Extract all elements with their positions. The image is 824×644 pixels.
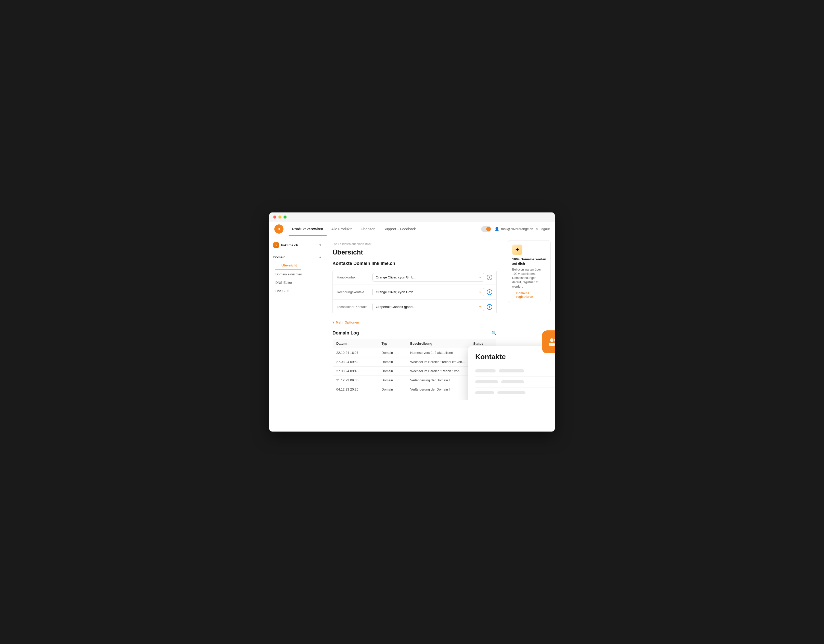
title-bar	[269, 212, 555, 222]
svg-point-2	[554, 339, 555, 342]
logout-icon: ⎋	[536, 227, 538, 231]
nav-item-alle[interactable]: Alle Produkte	[327, 222, 356, 236]
user-email-display: 👤 mail@oliverorange.ch	[494, 227, 533, 231]
promo-icon: ✦	[512, 245, 523, 255]
sidebar: linklime.ch ▾ Domain ▴ Übersicht Domain …	[269, 236, 325, 400]
sidebar-section-domain: Domain ▴ Übersicht Domain einrichten DNS…	[269, 253, 325, 295]
sidebar-item-ubersicht[interactable]: Übersicht	[275, 262, 301, 270]
contact-select-technisch-value: Grapefruit Gandalf (gandi@gandalf-grapef…	[376, 305, 417, 309]
contact-select-rechnung[interactable]: Orange Oliver, cyon GmbH (mail@oliverora…	[372, 288, 484, 296]
minimize-button[interactable]	[278, 216, 281, 219]
popup-row-2: ✏️	[475, 377, 555, 388]
close-button[interactable]	[273, 216, 277, 219]
info-button-haupt[interactable]: i	[487, 274, 492, 280]
domain-icon	[273, 242, 279, 248]
info-button-technisch[interactable]: i	[487, 304, 492, 310]
cell-beschreibung-2: Wechsel im Bereich "Rechn " von Gandalf …	[407, 366, 470, 376]
nav-item-produkt[interactable]: Produkt verwalten	[289, 222, 327, 236]
sidebar-domain-name: linklime.ch	[281, 243, 298, 247]
popup-cell-2a	[475, 380, 498, 383]
user-email-text: mail@oliverorange.ch	[501, 227, 533, 231]
domain-log-header: Domain Log 🔍	[332, 330, 497, 336]
info-button-rechnung[interactable]: i	[487, 290, 492, 295]
promo-link[interactable]: → Domains registrieren	[512, 291, 546, 299]
cell-datum-1: 27.08.24 09:52	[333, 357, 378, 366]
sidebar-item-dns-editor[interactable]: DNS-Editor	[269, 279, 325, 286]
popup-cell-1b	[499, 370, 524, 373]
navbar: o Produkt verwalten Alle Produkte Finanz…	[269, 222, 555, 236]
popup-cell-3a	[475, 391, 494, 394]
contact-select-rechnung-value: Orange Oliver, cyon GmbH (mail@oliverora…	[376, 290, 417, 294]
sidebar-item-dnssec[interactable]: DNSSEC	[269, 287, 325, 295]
cell-datum-4: 04.12.23 20:25	[333, 385, 378, 394]
col-datum[interactable]: Datum ↓	[333, 339, 378, 348]
nav-items: Produkt verwalten Alle Produkte Finanzen…	[289, 222, 481, 236]
popup-cell-2b	[501, 380, 524, 383]
cell-datum-3: 21.12.23 09:36	[333, 376, 378, 385]
logout-button[interactable]: ⎋ Logout	[536, 227, 550, 231]
arrow-right-icon: →	[512, 293, 515, 297]
people-icon	[547, 336, 555, 348]
popup-icon	[542, 330, 555, 353]
kontakte-section-title: Kontakte Domain linklime.ch	[332, 261, 497, 266]
dropdown-arrow-icon: ▾	[479, 276, 481, 279]
mehr-optionen-label: Mehr Optionen	[336, 320, 359, 324]
domain-log-title: Domain Log	[332, 330, 359, 336]
cell-typ-3: Domain	[378, 376, 407, 385]
cell-typ-1: Domain	[378, 357, 407, 366]
nav-item-finanzen[interactable]: Finanzen	[357, 222, 379, 236]
main-layout: linklime.ch ▾ Domain ▴ Übersicht Domain …	[269, 236, 555, 400]
col-beschreibung: Beschreibung	[407, 339, 470, 348]
toggle-wrap	[481, 226, 491, 232]
sidebar-item-domain-einrichten[interactable]: Domain einrichten	[269, 271, 325, 278]
sidebar-item-ubersicht-wrap: Übersicht	[269, 261, 325, 270]
promo-link-label: Domains registrieren	[516, 291, 546, 299]
popup-icon-wrap	[542, 330, 555, 353]
popup-row-1: ✏️	[475, 366, 555, 377]
contact-row-rechnung: Rechnungskontakt Orange Oliver, cyon Gmb…	[333, 285, 497, 300]
toggle-switch[interactable]	[481, 226, 491, 232]
sidebar-section-header-domain[interactable]: Domain ▴	[269, 253, 325, 261]
cell-beschreibung-1: Wechsel im Bereich "Techni kt" von Olive…	[407, 357, 470, 366]
contact-row-technisch: Technischer Kontakt Grapefruit Gandalf (…	[333, 300, 497, 314]
page-title: Übersicht	[332, 248, 497, 256]
cell-beschreibung-3: Verlängerung der Domain li	[407, 376, 470, 385]
sort-icon: ↓	[348, 342, 350, 345]
contact-label-rechnung: Rechnungskontakt	[337, 290, 372, 294]
sidebar-item-dnssec-wrap: DNSSEC	[269, 287, 325, 295]
cell-typ-4: Domain	[378, 385, 407, 394]
kontakte-popup: Kontakte ✏️ ✏️	[468, 346, 555, 400]
cell-typ-0: Domain	[378, 348, 407, 357]
nav-right: 👤 mail@oliverorange.ch ⎋ Logout	[481, 226, 550, 232]
cell-beschreibung-4: Verlängerung der Domain li	[407, 385, 470, 394]
nav-item-support[interactable]: Support + Feedback	[380, 222, 419, 236]
promo-title: 100+ Domains warten auf dich	[512, 257, 546, 266]
cell-typ-2: Domain	[378, 366, 407, 376]
svg-point-0	[550, 338, 553, 342]
user-icon: 👤	[494, 227, 500, 231]
mehr-optionen-toggle[interactable]: ▾ Mehr Optionen	[332, 320, 497, 324]
brand-logo: o	[274, 224, 283, 234]
contact-select-haupt-value: Orange Oliver, cyon GmbH (mail@oliverora…	[376, 275, 417, 279]
sidebar-item-dns-editor-wrap: DNS-Editor	[269, 278, 325, 287]
maximize-button[interactable]	[283, 216, 287, 219]
promo-text: Bei cyon warten über 100 verschiedene Do…	[512, 267, 546, 289]
cell-beschreibung-0: Nameservers 1, 2 aktualisiert	[407, 348, 470, 357]
contacts-form: Hauptkontakt Orange Oliver, cyon GmbH (m…	[332, 270, 497, 314]
promo-card: ✦ 100+ Domains warten auf dich Bei cyon …	[508, 240, 551, 303]
chevron-down-icon-mehr: ▾	[332, 320, 334, 324]
chevron-up-icon: ▴	[319, 255, 321, 259]
contact-label-technisch: Technischer Kontakt	[337, 305, 372, 309]
breadcrumb: Die Eckdaten auf einen Blick.	[332, 242, 497, 246]
dropdown-arrow-icon-2: ▾	[479, 290, 481, 294]
search-button[interactable]: 🔍	[492, 331, 497, 336]
sidebar-item-domain-einrichten-wrap: Domain einrichten	[269, 270, 325, 278]
contact-select-haupt[interactable]: Orange Oliver, cyon GmbH (mail@oliverora…	[372, 273, 484, 282]
sidebar-domain-item[interactable]: linklime.ch ▾	[269, 240, 325, 250]
popup-row-3: ✏️	[475, 388, 555, 398]
chevron-down-icon: ▾	[320, 243, 321, 247]
browser-window: o Produkt verwalten Alle Produkte Finanz…	[269, 212, 555, 432]
col-datum-label: Datum	[336, 342, 346, 345]
contact-select-technisch[interactable]: Grapefruit Gandalf (gandi@gandalf-grapef…	[372, 303, 484, 311]
contact-label-haupt: Hauptkontakt	[337, 275, 372, 279]
